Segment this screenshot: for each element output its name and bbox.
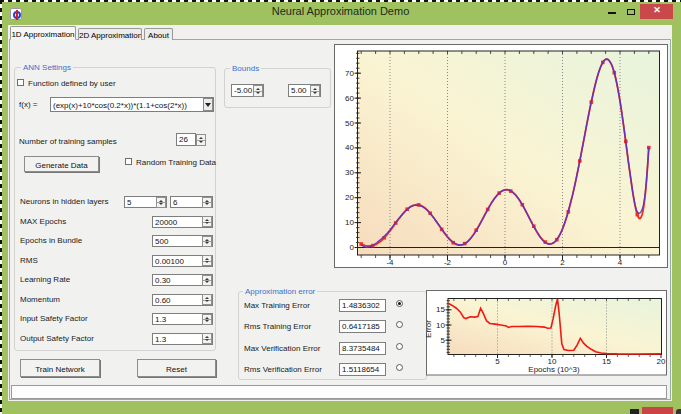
svg-text:10: 10 — [345, 218, 354, 227]
svg-text:20: 20 — [657, 357, 666, 366]
svg-text:50: 50 — [345, 119, 354, 128]
svg-text:70: 70 — [345, 69, 354, 78]
svg-text:30: 30 — [345, 168, 354, 177]
svg-text:60: 60 — [345, 94, 354, 103]
svg-text:15: 15 — [602, 357, 611, 366]
svg-text:5: 5 — [441, 336, 446, 345]
svg-text:10: 10 — [436, 321, 445, 330]
svg-text:15: 15 — [436, 305, 445, 314]
svg-text:0: 0 — [350, 243, 355, 252]
svg-text:Error: Error — [426, 320, 433, 338]
svg-text:Epochs (10^3): Epochs (10^3) — [528, 365, 580, 374]
svg-text:40: 40 — [345, 143, 354, 152]
svg-text:5: 5 — [495, 357, 500, 366]
svg-text:20: 20 — [345, 193, 354, 202]
